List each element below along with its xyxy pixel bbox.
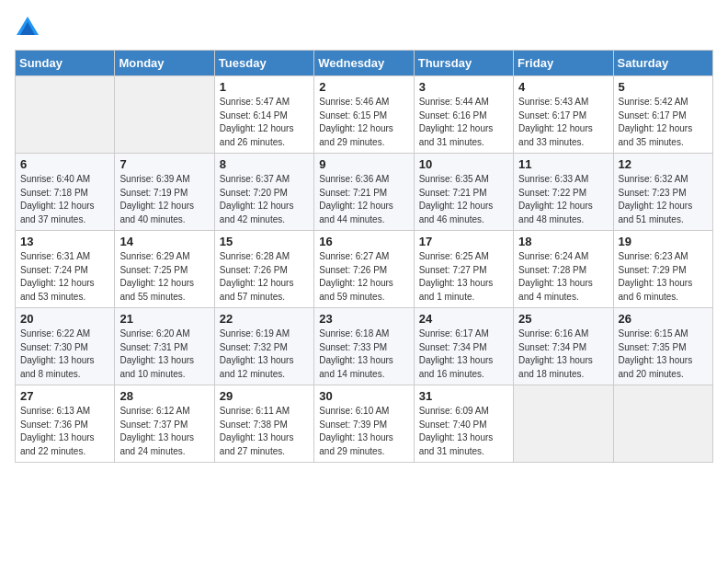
calendar-cell [16,76,115,154]
calendar-cell: 11Sunrise: 6:33 AM Sunset: 7:22 PM Dayli… [514,154,613,231]
calendar-cell: 3Sunrise: 5:44 AM Sunset: 6:16 PM Daylig… [414,76,513,154]
calendar-cell: 28Sunrise: 6:12 AM Sunset: 7:37 PM Dayli… [115,385,214,463]
day-number: 4 [518,80,608,94]
calendar-week-2: 6Sunrise: 6:40 AM Sunset: 7:18 PM Daylig… [16,154,713,231]
calendar-week-5: 27Sunrise: 6:13 AM Sunset: 7:36 PM Dayli… [16,385,713,463]
calendar-cell: 10Sunrise: 6:35 AM Sunset: 7:21 PM Dayli… [414,154,513,231]
day-number: 20 [20,312,109,326]
day-info: Sunrise: 6:39 AM Sunset: 7:19 PM Dayligh… [119,173,209,226]
calendar-cell: 27Sunrise: 6:13 AM Sunset: 7:36 PM Dayli… [16,385,115,463]
day-info: Sunrise: 5:43 AM Sunset: 6:17 PM Dayligh… [518,96,608,149]
day-number: 24 [419,312,508,326]
day-number: 1 [220,80,309,94]
day-number: 2 [319,80,408,94]
calendar-cell: 13Sunrise: 6:31 AM Sunset: 7:24 PM Dayli… [16,231,115,308]
day-number: 16 [319,235,408,248]
calendar-cell: 16Sunrise: 6:27 AM Sunset: 7:26 PM Dayli… [314,231,414,308]
day-info: Sunrise: 6:11 AM Sunset: 7:38 PM Dayligh… [220,405,309,458]
day-header-friday: Friday [514,51,613,76]
calendar-cell: 30Sunrise: 6:10 AM Sunset: 7:39 PM Dayli… [314,385,414,463]
day-info: Sunrise: 6:37 AM Sunset: 7:20 PM Dayligh… [220,173,309,226]
day-info: Sunrise: 6:28 AM Sunset: 7:26 PM Dayligh… [220,250,309,304]
day-info: Sunrise: 6:10 AM Sunset: 7:39 PM Dayligh… [319,405,408,458]
calendar-cell: 17Sunrise: 6:25 AM Sunset: 7:27 PM Dayli… [414,231,513,308]
calendar-cell: 19Sunrise: 6:23 AM Sunset: 7:29 PM Dayli… [613,231,712,308]
calendar-cell: 5Sunrise: 5:42 AM Sunset: 6:17 PM Daylig… [613,76,712,154]
day-number: 30 [319,389,408,403]
calendar-cell: 20Sunrise: 6:22 AM Sunset: 7:30 PM Dayli… [16,308,115,385]
day-number: 6 [20,157,109,171]
day-number: 25 [518,312,608,326]
day-number: 21 [119,312,209,326]
day-header-thursday: Thursday [414,51,513,76]
day-number: 10 [419,157,508,171]
day-info: Sunrise: 6:12 AM Sunset: 7:37 PM Dayligh… [119,405,209,458]
day-number: 26 [619,312,708,326]
day-info: Sunrise: 6:25 AM Sunset: 7:27 PM Dayligh… [419,250,508,304]
calendar-cell: 29Sunrise: 6:11 AM Sunset: 7:38 PM Dayli… [214,385,313,463]
calendar-cell: 21Sunrise: 6:20 AM Sunset: 7:31 PM Dayli… [115,308,214,385]
day-info: Sunrise: 6:35 AM Sunset: 7:21 PM Dayligh… [419,173,508,226]
calendar-header-row: SundayMondayTuesdayWednesdayThursdayFrid… [16,51,713,76]
day-number: 28 [119,389,209,403]
day-number: 12 [619,157,708,171]
day-info: Sunrise: 6:23 AM Sunset: 7:29 PM Dayligh… [619,250,708,304]
day-info: Sunrise: 6:18 AM Sunset: 7:33 PM Dayligh… [319,327,408,381]
day-info: Sunrise: 6:33 AM Sunset: 7:22 PM Dayligh… [518,173,608,226]
day-number: 7 [119,157,209,171]
calendar-week-3: 13Sunrise: 6:31 AM Sunset: 7:24 PM Dayli… [16,231,713,308]
calendar-cell: 9Sunrise: 6:36 AM Sunset: 7:21 PM Daylig… [314,154,414,231]
calendar-cell: 24Sunrise: 6:17 AM Sunset: 7:34 PM Dayli… [414,308,513,385]
calendar-cell [613,385,712,463]
calendar-week-1: 1Sunrise: 5:47 AM Sunset: 6:14 PM Daylig… [16,76,713,154]
day-number: 3 [419,80,508,94]
calendar-table: SundayMondayTuesdayWednesdayThursdayFrid… [15,50,713,463]
calendar-cell: 1Sunrise: 5:47 AM Sunset: 6:14 PM Daylig… [214,76,313,154]
day-info: Sunrise: 5:46 AM Sunset: 6:15 PM Dayligh… [319,96,408,149]
day-number: 19 [619,235,708,248]
day-info: Sunrise: 6:40 AM Sunset: 7:18 PM Dayligh… [20,173,109,226]
day-info: Sunrise: 5:42 AM Sunset: 6:17 PM Dayligh… [619,96,708,149]
logo [15,15,44,40]
calendar-cell: 8Sunrise: 6:37 AM Sunset: 7:20 PM Daylig… [214,154,313,231]
calendar-cell: 12Sunrise: 6:32 AM Sunset: 7:23 PM Dayli… [613,154,712,231]
calendar-cell: 14Sunrise: 6:29 AM Sunset: 7:25 PM Dayli… [115,231,214,308]
day-number: 9 [319,157,408,171]
calendar-week-4: 20Sunrise: 6:22 AM Sunset: 7:30 PM Dayli… [16,308,713,385]
day-number: 18 [518,235,608,248]
day-info: Sunrise: 6:36 AM Sunset: 7:21 PM Dayligh… [319,173,408,226]
calendar-cell: 6Sunrise: 6:40 AM Sunset: 7:18 PM Daylig… [16,154,115,231]
calendar-cell: 23Sunrise: 6:18 AM Sunset: 7:33 PM Dayli… [314,308,414,385]
day-info: Sunrise: 6:19 AM Sunset: 7:32 PM Dayligh… [220,327,309,381]
day-number: 13 [20,235,109,248]
logo-icon [15,15,40,40]
day-info: Sunrise: 6:27 AM Sunset: 7:26 PM Dayligh… [319,250,408,304]
day-info: Sunrise: 6:17 AM Sunset: 7:34 PM Dayligh… [419,327,508,381]
day-info: Sunrise: 5:44 AM Sunset: 6:16 PM Dayligh… [419,96,508,149]
day-header-wednesday: Wednesday [314,51,414,76]
day-number: 15 [220,235,309,248]
calendar-cell [115,76,214,154]
day-header-sunday: Sunday [16,51,115,76]
calendar-cell: 2Sunrise: 5:46 AM Sunset: 6:15 PM Daylig… [314,76,414,154]
day-number: 31 [419,389,508,403]
day-info: Sunrise: 6:15 AM Sunset: 7:35 PM Dayligh… [619,327,708,381]
calendar-cell: 4Sunrise: 5:43 AM Sunset: 6:17 PM Daylig… [514,76,613,154]
day-number: 14 [119,235,209,248]
calendar-cell: 15Sunrise: 6:28 AM Sunset: 7:26 PM Dayli… [214,231,313,308]
day-info: Sunrise: 6:32 AM Sunset: 7:23 PM Dayligh… [619,173,708,226]
day-info: Sunrise: 6:20 AM Sunset: 7:31 PM Dayligh… [119,327,209,381]
day-info: Sunrise: 6:13 AM Sunset: 7:36 PM Dayligh… [20,405,109,458]
calendar-cell: 25Sunrise: 6:16 AM Sunset: 7:34 PM Dayli… [514,308,613,385]
calendar-cell: 31Sunrise: 6:09 AM Sunset: 7:40 PM Dayli… [414,385,513,463]
calendar-cell: 26Sunrise: 6:15 AM Sunset: 7:35 PM Dayli… [613,308,712,385]
day-number: 17 [419,235,508,248]
calendar-cell [514,385,613,463]
day-header-saturday: Saturday [613,51,712,76]
day-info: Sunrise: 6:24 AM Sunset: 7:28 PM Dayligh… [518,250,608,304]
day-number: 27 [20,389,109,403]
day-number: 23 [319,312,408,326]
day-info: Sunrise: 5:47 AM Sunset: 6:14 PM Dayligh… [220,96,309,149]
day-number: 5 [619,80,708,94]
day-info: Sunrise: 6:16 AM Sunset: 7:34 PM Dayligh… [518,327,608,381]
